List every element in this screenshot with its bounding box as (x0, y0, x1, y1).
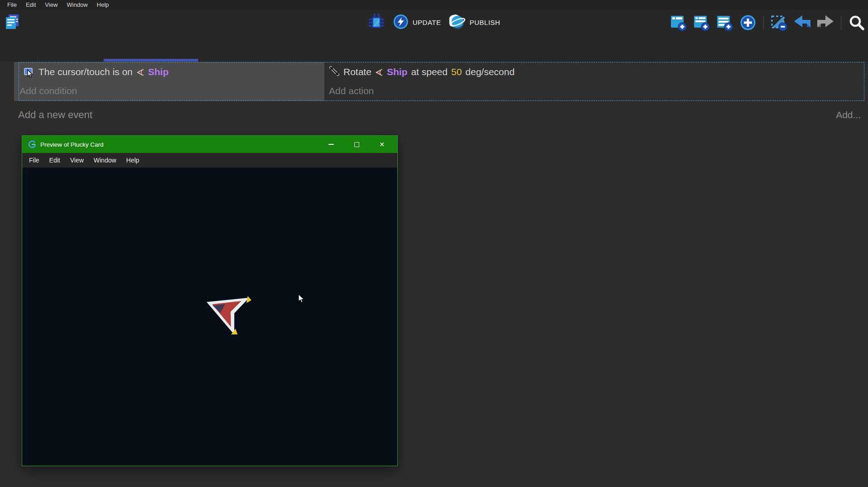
delete-selection-button[interactable] (771, 14, 788, 32)
publish-label: PUBLISH (470, 19, 501, 26)
redo-button[interactable] (817, 14, 834, 32)
project-manager-button[interactable] (4, 14, 21, 31)
action-verb: Rotate (343, 67, 371, 77)
cursor-on-object-icon (24, 67, 34, 76)
toolbar-right-group (670, 14, 865, 33)
rotate-arrows-icon (329, 66, 340, 79)
minimize-icon (328, 144, 334, 145)
preview-titlebar[interactable]: Preview of Plucky Card ✕ (22, 136, 397, 153)
condition-item[interactable]: The cursor/touch is on Ship (14, 62, 324, 82)
add-circle-icon (740, 14, 756, 32)
toolbar-separator (763, 16, 764, 30)
search-events-button[interactable] (848, 14, 865, 32)
app-menubar: File Edit View Window Help (0, 0, 868, 10)
minimize-button[interactable] (326, 136, 337, 153)
preview-menu-window[interactable]: Window (89, 157, 121, 164)
publish-button[interactable]: PUBLISH (449, 14, 501, 31)
add-event-icon (670, 14, 687, 33)
condition-object-name: Ship (148, 67, 169, 77)
add-subevent-icon (693, 14, 710, 33)
maximize-icon (354, 142, 359, 147)
add-condition-button[interactable]: Add condition (14, 82, 324, 100)
action-object-name: Ship (387, 67, 408, 77)
debugger-icon (368, 14, 385, 31)
preview-menu-file[interactable]: File (24, 157, 44, 164)
main-toolbar: UPDATE PUBLISH (0, 10, 868, 62)
preview-menubar: File Edit View Window Help (22, 153, 397, 168)
conditions-panel: The cursor/touch is on Ship Add conditio… (14, 62, 324, 101)
action-unit: deg/second (465, 67, 515, 77)
ship-sprite[interactable] (196, 278, 261, 343)
action-connector: at speed (411, 67, 448, 77)
undo-button[interactable] (794, 14, 811, 32)
window-controls: ✕ (326, 136, 397, 153)
events-footer-row: Add a new event Add... (0, 106, 868, 124)
menu-window[interactable]: Window (62, 0, 92, 10)
actions-panel: Rotate Ship at speed 50 deg/second (324, 62, 864, 101)
add-event-button[interactable] (670, 14, 687, 32)
action-value: 50 (451, 67, 462, 77)
project-manager-icon (4, 14, 20, 31)
ship-object-icon (136, 68, 145, 76)
maximize-button[interactable] (351, 136, 362, 153)
add-comment-icon (716, 14, 733, 33)
close-button[interactable]: ✕ (376, 136, 387, 153)
add-new-event-button[interactable]: Add a new event (0, 109, 92, 121)
event-row[interactable]: The cursor/touch is on Ship Add conditio… (14, 62, 864, 101)
update-button[interactable]: UPDATE (393, 14, 441, 31)
condition-text: The cursor/touch is on (39, 67, 133, 77)
publish-planet-icon (449, 14, 466, 31)
preview-window: Preview of Plucky Card ✕ File Edit View … (22, 135, 398, 466)
add-subevent-button[interactable] (693, 14, 710, 32)
preview-menu-view[interactable]: View (65, 157, 89, 164)
preview-window-title: Preview of Plucky Card (40, 141, 104, 148)
toolbar-separator (841, 16, 841, 30)
add-choose-event-button[interactable] (739, 14, 757, 32)
undo-icon (793, 15, 811, 32)
preview-menu-edit[interactable]: Edit (44, 157, 65, 164)
ship-object-icon (375, 68, 383, 76)
search-icon (849, 14, 865, 32)
debugger-button[interactable] (368, 14, 385, 31)
menu-help[interactable]: Help (92, 0, 114, 10)
close-icon: ✕ (379, 141, 385, 148)
toolbar-center-group: UPDATE PUBLISH (368, 13, 500, 32)
add-more-button[interactable]: Add... (836, 110, 868, 120)
update-lightning-icon (393, 14, 409, 31)
action-item[interactable]: Rotate Ship at speed 50 deg/second (324, 62, 864, 82)
add-action-button[interactable]: Add action (324, 82, 864, 100)
preview-menu-help[interactable]: Help (121, 157, 145, 164)
mouse-cursor-icon (298, 294, 305, 304)
menu-file[interactable]: File (3, 0, 21, 10)
add-comment-button[interactable] (716, 14, 733, 32)
delete-selection-icon (771, 14, 788, 33)
menu-view[interactable]: View (40, 0, 62, 10)
game-canvas[interactable] (22, 168, 397, 466)
gdevelop-app: File Edit View Window Help (0, 0, 868, 487)
update-label: UPDATE (413, 19, 441, 26)
gdevelop-logo-icon (28, 140, 36, 148)
redo-icon (816, 15, 834, 32)
menu-edit[interactable]: Edit (21, 0, 40, 10)
